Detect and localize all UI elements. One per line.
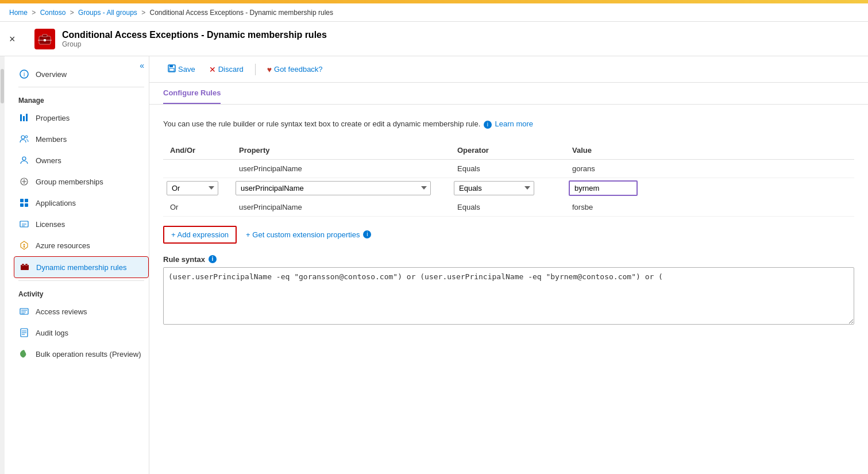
svg-rect-22 — [22, 264, 24, 265]
breadcrumb-contoso[interactable]: Contoso — [40, 9, 66, 17]
svg-rect-23 — [25, 264, 28, 265]
azure-resources-icon — [18, 240, 30, 251]
col-andor: And/Or — [163, 141, 232, 160]
row3-property: userPrincipalName — [232, 198, 450, 217]
svg-text:i: i — [24, 71, 25, 78]
rule-syntax-section: Rule syntax i — [163, 255, 854, 326]
svg-rect-7 — [20, 114, 22, 121]
row2-andor-cell: Or And — [163, 178, 232, 198]
sidebar-item-azure-resources[interactable]: Azure resources — [14, 235, 149, 256]
properties-icon — [18, 112, 30, 124]
svg-rect-4 — [44, 39, 46, 41]
discard-button[interactable]: ✕ Discard — [205, 63, 248, 76]
sidebar-item-overview[interactable]: i Overview — [14, 64, 149, 84]
action-row: + Add expression + Get custom extension … — [163, 226, 854, 244]
svg-rect-2 — [43, 34, 47, 37]
rule-syntax-info-icon: i — [209, 255, 217, 263]
add-expression-button[interactable]: + Add expression — [163, 226, 237, 244]
rule-syntax-textarea[interactable] — [163, 267, 854, 325]
svg-rect-9 — [26, 114, 28, 121]
toolbar-divider — [255, 64, 256, 75]
value-input[interactable] — [569, 180, 638, 196]
col-property: Property — [232, 141, 450, 160]
page-subtitle: Group — [62, 40, 327, 48]
sidebar-item-owners[interactable]: Owners — [14, 150, 149, 171]
table-row-edit: Or And userPrincipalName Equals — [163, 178, 854, 198]
sidebar-item-bulk-ops[interactable]: Bulk operation results (Preview) — [14, 344, 149, 364]
sidebar-item-properties[interactable]: Properties — [14, 107, 149, 128]
sidebar-item-dynamic-rules[interactable]: Dynamic membership rules — [14, 256, 149, 278]
sidebar-item-group-memberships[interactable]: Group memberships — [14, 171, 149, 192]
bulk-ops-icon — [18, 348, 30, 360]
row2-operator-cell: Equals Not Equals Contains — [450, 178, 565, 198]
breadcrumb-home[interactable]: Home — [9, 9, 28, 17]
main-layout: « i Overview Manage Properties — [0, 56, 868, 474]
feedback-button[interactable]: ♥ Got feedback? — [263, 63, 327, 76]
group-memberships-icon — [18, 176, 30, 187]
svg-rect-14 — [20, 199, 24, 202]
row3-operator: Equals — [450, 198, 565, 217]
content-panel: Save ✕ Discard ♥ Got feedback? Configure… — [149, 56, 868, 474]
sidebar-item-label: Azure resources — [36, 241, 90, 250]
rule-syntax-label: Rule syntax i — [163, 255, 854, 264]
sidebar-nav: « i Overview Manage Properties — [0, 59, 149, 369]
toolbar: Save ✕ Discard ♥ Got feedback? — [149, 56, 868, 83]
svg-rect-27 — [169, 65, 173, 67]
row1-value: gorans — [565, 159, 854, 178]
svg-rect-16 — [20, 203, 24, 207]
svg-point-10 — [21, 136, 25, 139]
svg-rect-8 — [23, 116, 25, 121]
breadcrumb-sep-1: > — [30, 9, 38, 17]
header-text: Conditional Access Exceptions - Dynamic … — [62, 30, 327, 48]
sidebar-item-label: Access reviews — [36, 307, 87, 316]
description-text: You can use the rule builder or rule syn… — [163, 120, 480, 128]
members-icon — [18, 133, 30, 145]
licenses-icon — [18, 218, 30, 230]
col-operator: Operator — [450, 141, 565, 160]
save-button[interactable]: Save — [163, 62, 200, 76]
property-select[interactable]: userPrincipalName — [236, 181, 431, 195]
sidebar: « i Overview Manage Properties — [0, 56, 149, 474]
svg-rect-15 — [25, 199, 28, 202]
sidebar-item-audit-logs[interactable]: Audit logs — [14, 322, 149, 343]
sidebar-collapse-button[interactable]: « — [140, 61, 144, 70]
dynamic-rules-icon — [19, 261, 30, 273]
sidebar-item-label: Overview — [36, 70, 67, 79]
andor-select[interactable]: Or And — [167, 181, 218, 195]
activity-section-header: Activity — [14, 283, 149, 300]
sidebar-item-access-reviews[interactable]: Access reviews — [14, 301, 149, 322]
row3-andor: Or — [163, 198, 232, 217]
sidebar-item-licenses[interactable]: Licenses — [14, 214, 149, 234]
tab-configure-rules[interactable]: Configure Rules — [163, 83, 221, 104]
overview-icon: i — [18, 68, 30, 80]
get-custom-properties-button[interactable]: + Get custom extension properties i — [246, 230, 372, 239]
audit-logs-icon — [18, 327, 30, 338]
sidebar-divider-1 — [18, 87, 144, 87]
table-header-row: And/Or Property Operator Value — [163, 141, 854, 160]
sidebar-divider-2 — [18, 280, 144, 281]
close-button[interactable]: × — [9, 33, 16, 45]
breadcrumb-current: Conditional Access Exceptions - Dynamic … — [150, 9, 333, 17]
scrollbar[interactable] — [0, 56, 5, 474]
header: × Conditional Access Exceptions - Dynami… — [0, 22, 868, 56]
rules-table: And/Or Property Operator Value userPrinc… — [163, 141, 854, 217]
row1-property: userPrincipalName — [232, 159, 450, 178]
get-custom-label: + Get custom extension properties — [246, 230, 360, 239]
header-icon — [34, 29, 55, 49]
row1-operator: Equals — [450, 159, 565, 178]
sidebar-item-applications[interactable]: Applications — [14, 192, 149, 213]
breadcrumb-all-groups[interactable]: Groups - All groups — [78, 9, 137, 17]
row3-value: forsbe — [565, 198, 854, 217]
operator-select[interactable]: Equals Not Equals Contains — [454, 181, 534, 195]
sidebar-item-members[interactable]: Members — [14, 129, 149, 149]
sidebar-item-label: Members — [36, 135, 67, 144]
sidebar-item-label: Bulk operation results (Preview) — [36, 350, 141, 359]
access-reviews-icon — [18, 306, 30, 317]
save-label: Save — [178, 65, 195, 74]
svg-rect-21 — [21, 265, 29, 270]
sidebar-item-label: Owners — [36, 156, 61, 165]
feedback-label: Got feedback? — [274, 65, 323, 74]
learn-more-link[interactable]: Learn more — [495, 120, 533, 128]
svg-point-12 — [22, 157, 26, 160]
svg-rect-17 — [25, 203, 28, 207]
